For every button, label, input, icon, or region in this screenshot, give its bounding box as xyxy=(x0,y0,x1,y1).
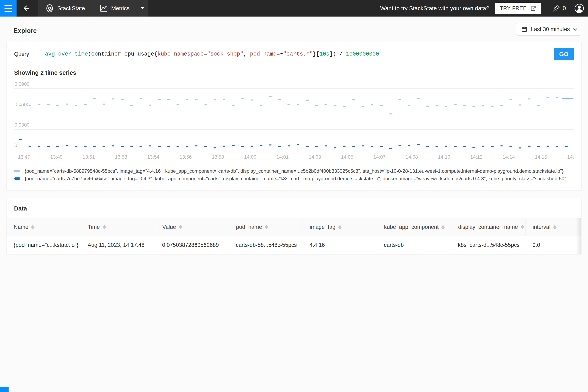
data-point-dash[interactable] xyxy=(408,105,410,106)
data-point-dash[interactable] xyxy=(93,146,96,147)
data-point-dash[interactable] xyxy=(408,145,410,146)
data-point-dash[interactable] xyxy=(158,99,161,100)
data-point-dash[interactable] xyxy=(195,99,198,100)
data-point-dash[interactable] xyxy=(519,104,522,106)
data-point-dash[interactable] xyxy=(500,145,503,146)
sort-arrows-icon[interactable] xyxy=(31,225,34,229)
data-point-dash[interactable] xyxy=(352,99,355,100)
data-point-dash[interactable] xyxy=(195,145,198,146)
column-header-time[interactable]: Time xyxy=(81,218,155,236)
data-point-dash[interactable] xyxy=(371,104,374,105)
data-point-dash[interactable] xyxy=(158,146,161,147)
tab-dropdown-button[interactable] xyxy=(137,0,148,16)
data-point-dash[interactable] xyxy=(269,144,272,146)
legend-item[interactable]: {pod_name="carts-db-588979548c-55pcs", i… xyxy=(14,167,574,175)
data-point-dash[interactable] xyxy=(297,144,300,145)
data-point-dash[interactable] xyxy=(463,146,466,147)
data-point-dash[interactable] xyxy=(84,104,87,105)
data-point-dash[interactable] xyxy=(463,105,466,106)
try-free-button[interactable]: TRY FREE xyxy=(495,3,541,14)
data-point-dash[interactable] xyxy=(204,146,207,147)
data-point-dash[interactable] xyxy=(241,146,244,147)
data-point-dash[interactable] xyxy=(176,104,179,105)
data-point-dash[interactable] xyxy=(223,146,226,146)
data-point-dash[interactable] xyxy=(546,146,549,146)
column-header-name[interactable]: Name xyxy=(7,218,81,236)
data-point-dash[interactable] xyxy=(28,146,31,147)
data-point-dash[interactable] xyxy=(140,98,142,98)
data-point-dash[interactable] xyxy=(491,146,494,147)
data-point-dash[interactable] xyxy=(315,146,318,147)
data-point-dash[interactable] xyxy=(445,146,447,146)
data-point-dash[interactable] xyxy=(556,97,558,98)
data-point-dash[interactable] xyxy=(389,148,392,149)
data-point-dash[interactable] xyxy=(149,104,152,106)
data-point-dash[interactable] xyxy=(398,145,401,146)
data-point-dash[interactable] xyxy=(130,146,133,146)
data-point-dash[interactable] xyxy=(389,114,392,114)
data-point-dash[interactable] xyxy=(306,146,309,147)
column-header-image-tag[interactable]: image_tag xyxy=(302,218,377,236)
data-point-dash[interactable] xyxy=(38,104,40,105)
data-point-dash[interactable] xyxy=(398,99,401,100)
data-point-dash[interactable] xyxy=(352,146,355,147)
data-point-dash[interactable] xyxy=(482,105,484,106)
data-point-dash[interactable] xyxy=(278,146,281,147)
sort-arrows-icon[interactable] xyxy=(521,225,524,229)
data-point-dash[interactable] xyxy=(491,106,494,107)
data-point-dash[interactable] xyxy=(528,146,531,146)
pinned-items-button[interactable]: 0 xyxy=(552,4,566,12)
data-point-dash[interactable] xyxy=(371,146,374,147)
data-point-dash[interactable] xyxy=(546,97,549,98)
data-point-dash[interactable] xyxy=(362,106,364,107)
tab-stackstate[interactable]: StackState xyxy=(38,0,92,16)
data-point-dash[interactable] xyxy=(186,99,188,100)
data-point-dash[interactable] xyxy=(380,146,382,147)
data-point-dash[interactable] xyxy=(426,106,429,107)
data-point-dash[interactable] xyxy=(149,145,152,146)
data-point-dash[interactable] xyxy=(102,146,105,147)
data-point-dash[interactable] xyxy=(528,98,531,100)
sort-arrows-icon[interactable] xyxy=(265,225,268,229)
data-point-dash[interactable] xyxy=(121,99,124,100)
data-point-dash[interactable] xyxy=(130,105,133,106)
time-series-chart[interactable]: 00.03000.06000.090013:4713:4913:5113:531… xyxy=(14,79,574,163)
sort-arrows-icon[interactable] xyxy=(103,225,106,229)
data-point-dash[interactable] xyxy=(269,96,272,98)
data-point-dash[interactable] xyxy=(537,146,540,147)
data-point-dash[interactable] xyxy=(20,139,22,140)
data-point-dash[interactable] xyxy=(186,146,188,147)
data-point-dash[interactable] xyxy=(28,105,31,106)
data-point-dash[interactable] xyxy=(562,98,574,100)
data-point-dash[interactable] xyxy=(232,145,234,146)
data-point-dash[interactable] xyxy=(121,146,124,147)
data-point-dash[interactable] xyxy=(472,106,475,107)
column-header-value[interactable]: Value xyxy=(155,218,229,236)
hamburger-menu-button[interactable] xyxy=(0,0,16,16)
data-point-dash[interactable] xyxy=(56,146,59,147)
data-point-dash[interactable] xyxy=(167,146,170,146)
table-row[interactable]: {pod_name="c...kstate.io"}Aug 11, 2023, … xyxy=(7,236,581,254)
data-point-dash[interactable] xyxy=(510,99,512,100)
data-point-dash[interactable] xyxy=(500,105,503,106)
data-point-dash[interactable] xyxy=(288,145,290,146)
data-point-dash[interactable] xyxy=(250,100,253,101)
data-point-dash[interactable] xyxy=(334,148,336,148)
data-point-dash[interactable] xyxy=(565,146,568,147)
data-point-dash[interactable] xyxy=(214,100,216,100)
data-point-dash[interactable] xyxy=(519,148,522,148)
data-point-dash[interactable] xyxy=(436,105,438,106)
data-point-dash[interactable] xyxy=(362,145,364,146)
data-point-dash[interactable] xyxy=(537,105,540,106)
data-point-dash[interactable] xyxy=(297,104,300,105)
column-header-display-container-name[interactable]: display_container_name xyxy=(451,218,526,236)
data-point-dash[interactable] xyxy=(93,98,96,99)
go-button[interactable]: GO xyxy=(554,48,574,60)
data-point-dash[interactable] xyxy=(417,144,420,145)
data-point-dash[interactable] xyxy=(47,146,50,147)
data-point-dash[interactable] xyxy=(343,106,346,107)
sort-arrows-icon[interactable] xyxy=(442,225,445,229)
data-point-dash[interactable] xyxy=(75,146,78,147)
data-point-dash[interactable] xyxy=(260,105,262,106)
data-point-dash[interactable] xyxy=(334,105,336,106)
